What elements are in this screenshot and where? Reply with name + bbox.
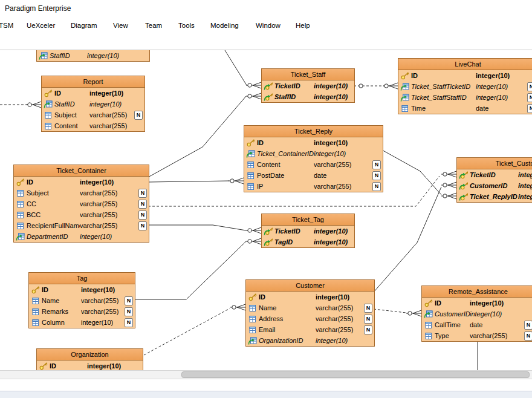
column-row[interactable]: ID integer(10) [246, 292, 374, 302]
column-row[interactable]: OrganizationID integer(10) [246, 335, 374, 346]
entity-title[interactable]: Ticket_Reply [244, 126, 383, 137]
entity-customer[interactable]: Customer ID integer(10) Name varchar(255… [245, 279, 375, 347]
entity-remote-assistance[interactable]: Remote_Assistance ID integer(10) Custome… [421, 285, 532, 342]
column-row[interactable]: Column integer(10) N [29, 317, 135, 328]
column-row[interactable]: StaffID integer(10) [262, 91, 354, 102]
entity-title[interactable]: Ticket_Tag [262, 214, 354, 226]
connector-tag-tickettag[interactable] [134, 238, 261, 299]
horizontal-scrollbar-thumb[interactable] [181, 371, 530, 378]
column-row[interactable]: StaffID integer(10) [37, 50, 149, 61]
column-row[interactable]: PostDate date N [244, 170, 383, 181]
nullable-badge: N [125, 318, 133, 327]
column-row[interactable]: ID integer(10) [398, 70, 532, 81]
column-type: varchar(255) [316, 304, 364, 312]
entity-ticket-reply[interactable]: Ticket_Reply ID integer(10) Ticket_Conta… [244, 125, 383, 192]
menu-item-view[interactable]: View [113, 22, 128, 29]
menu-item-modeling[interactable]: Modeling [210, 22, 239, 29]
column-row[interactable]: ID integer(10) [422, 298, 532, 308]
menu-item-help[interactable]: Help [296, 22, 310, 29]
column-row[interactable]: Type varchar(255) N [422, 330, 532, 341]
entity-title[interactable]: Remote_Assistance [422, 286, 532, 298]
menu-item-team[interactable]: Team [145, 22, 162, 29]
entity-ticket-customer[interactable]: Ticket_Customer TicketID integer(10) Cus… [456, 157, 532, 203]
column-row[interactable]: Remarks varchar(255) N [29, 306, 135, 317]
column-row[interactable]: ID integer(10) [37, 360, 143, 371]
entity-ticket-container[interactable]: Ticket_Container ID integer(10) Subject … [13, 165, 149, 243]
entity-title[interactable]: Ticket_Staff [262, 69, 354, 80]
column-type: varchar(255) [81, 297, 125, 304]
column-row[interactable]: Content varchar(255) N [244, 159, 383, 170]
column-row[interactable]: Subject varchar(255) N [14, 188, 149, 198]
column-row[interactable]: TicketID integer(10) [262, 226, 354, 237]
entity-title[interactable]: Report [42, 76, 144, 88]
connector-staff-report[interactable] [0, 102, 41, 108]
entity-title[interactable]: Organization [37, 349, 143, 360]
column-row[interactable]: BCC varchar(255) N [14, 209, 149, 220]
column-row[interactable]: CC varchar(255) N [14, 198, 149, 209]
entity-title[interactable]: Tag [29, 273, 135, 284]
entity-ticket-staff[interactable]: Ticket_Staff TicketID integer(10) StaffI… [261, 68, 355, 103]
connector-ticketstaff-livechat[interactable] [354, 83, 398, 89]
nullable-badge: N [527, 104, 532, 113]
connector-ticketcontainer-tickettag[interactable] [148, 225, 261, 233]
fk-arrow-icon [16, 232, 25, 241]
column-row[interactable]: CustomerID integer(10) [457, 180, 532, 191]
column-row[interactable]: Ticket_StaffTicketID integer(10) N [398, 81, 532, 92]
column-row[interactable]: Name varchar(255) N [29, 295, 135, 306]
connector-ticketcontainer-ticketreply[interactable] [148, 178, 244, 184]
column-icon [31, 318, 40, 327]
column-row[interactable]: Ticket_StaffStaffID integer(10) N [398, 92, 532, 103]
column-row[interactable]: ID integer(10) [14, 177, 149, 188]
column-row[interactable]: ID integer(10) [42, 88, 144, 99]
column-row[interactable]: Email varchar(255) N [246, 324, 374, 335]
column-row[interactable]: ID integer(10) [244, 137, 383, 148]
diagram-canvas[interactable]: StaffID integer(10) Report ID integer(10… [0, 50, 532, 371]
connector-staff-ticketstaff[interactable] [225, 50, 261, 88]
menu-item-tools[interactable]: Tools [178, 22, 195, 29]
column-row[interactable]: TicketID integer(10) [262, 80, 354, 91]
column-row[interactable]: TagID integer(10) [262, 237, 354, 247]
column-row[interactable]: RecipientFullName varchar(255) N [14, 220, 149, 231]
column-name: IP [257, 183, 314, 190]
connector-customer-remoteassistance[interactable] [374, 309, 421, 316]
column-name: Ticket_StaffStaffID [411, 94, 476, 101]
menu-bar: TSM UeXceler Diagram View Team Tools Mod… [0, 17, 532, 34]
entity-livechat[interactable]: LiveChat ID integer(10) Ticket_StaffTick… [398, 58, 532, 114]
entity-title[interactable]: Ticket_Container [14, 165, 149, 177]
entity-title[interactable]: Customer [246, 280, 374, 292]
key-icon [44, 89, 53, 97]
menu-item-diagram[interactable]: Diagram [71, 22, 97, 29]
column-row[interactable]: ID integer(10) [29, 284, 135, 295]
connector-customer-ticketcustomer[interactable] [374, 182, 456, 292]
column-row[interactable]: Content varchar(255) [42, 120, 144, 131]
entity-title[interactable]: LiveChat [398, 59, 532, 70]
column-row[interactable]: Ticket_ReplyID integer(10) [457, 191, 532, 202]
column-name: RecipientFullName [27, 222, 80, 229]
entity-tag[interactable]: Tag ID integer(10) Name varchar(255) N R… [28, 272, 135, 328]
column-row[interactable]: IP varchar(255) N [244, 181, 383, 192]
column-row[interactable]: CallTime date N [422, 319, 532, 330]
entity-title[interactable]: Ticket_Customer [457, 158, 532, 169]
entity-report[interactable]: Report ID integer(10) StaffID integer(10… [41, 76, 145, 132]
entity-staff-partial[interactable]: StaffID integer(10) [36, 50, 150, 62]
connector-organization-customer[interactable] [144, 304, 245, 355]
column-row[interactable]: CustomerID integer(10) [422, 308, 532, 319]
entity-ticket-tag[interactable]: Ticket_Tag TicketID integer(10) TagID in… [261, 214, 355, 248]
menu-item-tsm[interactable]: TSM [0, 22, 13, 29]
column-row[interactable]: Time date N [398, 103, 532, 114]
entity-organization[interactable]: Organization ID integer(10) [36, 348, 143, 371]
column-row[interactable]: Subject varchar(255) N [42, 109, 144, 120]
column-row[interactable]: Ticket_ContainerID integer(10) [244, 148, 383, 159]
column-name: StaffID [50, 52, 87, 59]
column-icon [248, 304, 257, 312]
column-row[interactable]: StaffID integer(10) [42, 99, 144, 109]
horizontal-scrollbar[interactable] [0, 370, 532, 379]
column-row[interactable]: Address varchar(255) N [246, 313, 374, 324]
column-row[interactable]: Name varchar(255) N [246, 302, 374, 313]
nullable-badge: N [364, 325, 372, 334]
menu-item-window[interactable]: Window [256, 22, 281, 29]
column-row[interactable]: DepartmentID integer(10) [14, 231, 149, 242]
column-row[interactable]: TicketID integer(10) [457, 169, 532, 180]
column-name: StaffID [274, 93, 314, 100]
menu-item-uexceler[interactable]: UeXceler [27, 22, 55, 29]
